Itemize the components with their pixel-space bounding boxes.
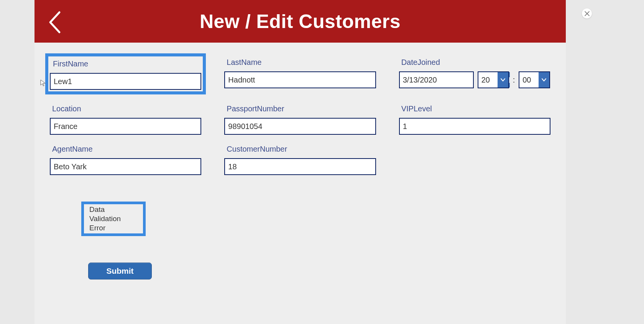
label-location: Location — [50, 104, 201, 113]
minute-value: 00 — [519, 72, 539, 88]
page-title: New / Edit Customers — [200, 10, 401, 33]
label-customer-number: CustomerNumber — [224, 145, 376, 154]
field-customer-number: CustomerNumber — [224, 145, 376, 175]
field-location: Location — [50, 104, 201, 135]
label-agent-name: AgentName — [50, 145, 201, 154]
hour-value: 20 — [478, 72, 498, 88]
date-time-row: 20 : 00 — [399, 71, 550, 88]
input-agent-name[interactable] — [50, 158, 201, 175]
input-vip-level[interactable] — [399, 118, 550, 135]
label-last-name: LastName — [224, 58, 376, 67]
input-last-name[interactable] — [224, 71, 376, 88]
minute-select[interactable]: 00 — [519, 71, 550, 88]
validation-error-text: Data Validation Error — [89, 205, 138, 232]
chevron-down-icon — [500, 78, 506, 82]
label-first-name: FirstName — [50, 60, 201, 68]
hour-dropdown-button[interactable] — [498, 72, 508, 88]
field-agent-name: AgentName — [50, 145, 201, 175]
field-date-joined: DateJoined 20 — [399, 58, 550, 88]
chevron-down-icon — [541, 78, 547, 82]
time-separator: : — [513, 76, 515, 84]
close-icon — [585, 11, 590, 16]
label-vip-level: VIPLevel — [399, 104, 550, 113]
header-bar: New / Edit Customers — [34, 0, 566, 43]
submit-button[interactable]: Submit — [88, 263, 152, 279]
field-first-name: FirstName — [50, 58, 201, 94]
form-area: FirstName LastName DateJoined — [34, 43, 566, 175]
field-vip-level: VIPLevel — [399, 104, 550, 135]
label-date-joined: DateJoined — [399, 58, 550, 67]
date-picker[interactable] — [399, 71, 474, 88]
validation-error-box: Data Validation Error — [81, 202, 146, 236]
back-button[interactable] — [48, 11, 61, 34]
field-last-name: LastName — [224, 58, 376, 88]
label-passport-number: PassportNumber — [224, 104, 376, 113]
close-button[interactable] — [582, 8, 592, 18]
field-passport-number: PassportNumber — [224, 104, 376, 135]
app-frame: New / Edit Customers FirstName LastName … — [34, 0, 566, 324]
input-location[interactable] — [50, 118, 201, 135]
input-first-name[interactable] — [50, 73, 201, 90]
minute-dropdown-button[interactable] — [539, 72, 549, 88]
chevron-left-icon — [48, 11, 61, 34]
input-passport-number[interactable] — [224, 118, 376, 135]
hour-select[interactable]: 20 — [478, 71, 509, 88]
input-customer-number[interactable] — [224, 158, 376, 175]
highlight-first-name: FirstName — [45, 53, 206, 94]
